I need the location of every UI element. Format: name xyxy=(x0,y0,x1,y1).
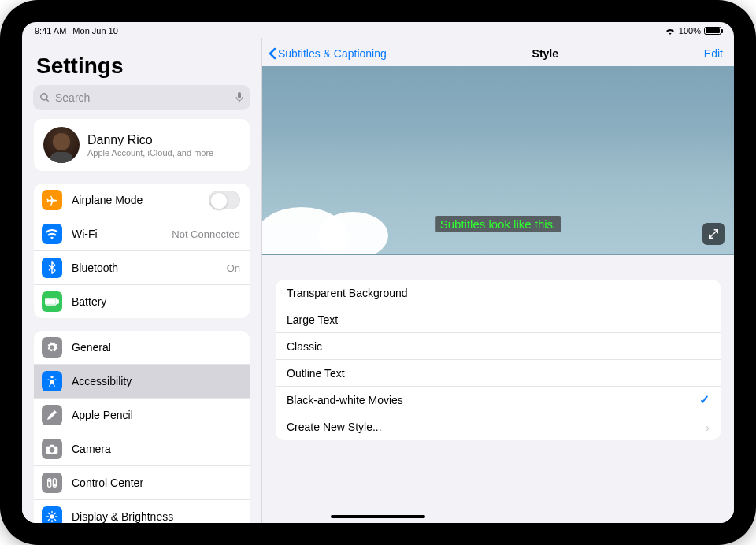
airplane-icon xyxy=(42,190,62,210)
style-option-large-text[interactable]: Large Text xyxy=(276,306,721,333)
battery-label: Battery xyxy=(72,295,240,308)
svg-point-11 xyxy=(50,514,54,518)
home-indicator[interactable] xyxy=(331,515,425,518)
svg-point-6 xyxy=(50,376,53,378)
settings-title: Settings xyxy=(28,38,255,85)
chevron-right-icon: › xyxy=(706,421,710,434)
sidebar-item-display[interactable]: Display & Brightness xyxy=(34,500,250,523)
search-icon xyxy=(39,92,50,103)
wifi-label: Wi-Fi xyxy=(72,228,172,240)
sidebar-item-camera[interactable]: Camera xyxy=(34,432,250,466)
svg-rect-4 xyxy=(57,300,58,303)
expand-preview-button[interactable] xyxy=(702,223,724,245)
brightness-icon xyxy=(42,506,62,523)
style-option-outline-text[interactable]: Outline Text xyxy=(276,360,721,387)
sidebar-item-wifi[interactable]: Wi-Fi Not Connected xyxy=(34,217,250,251)
sidebar-item-airplane[interactable]: Airplane Mode xyxy=(34,184,250,217)
option-label: Large Text xyxy=(287,313,710,326)
sidebar-item-accessibility[interactable]: Accessibility xyxy=(34,365,250,399)
search-placeholder: Search xyxy=(55,91,235,104)
general-label: General xyxy=(72,341,240,354)
svg-rect-5 xyxy=(46,299,55,304)
style-option-transparent[interactable]: Transparent Background xyxy=(276,280,721,306)
status-bar: 9:41 AM Mon Jun 10 100% xyxy=(22,22,734,38)
svg-point-0 xyxy=(41,94,47,100)
airplane-toggle[interactable] xyxy=(209,191,240,209)
option-label: Create New Style... xyxy=(287,421,706,433)
camera-label: Camera xyxy=(72,443,240,455)
style-option-classic[interactable]: Classic xyxy=(276,333,721,360)
avatar xyxy=(43,127,80,163)
svg-point-10 xyxy=(54,484,55,486)
battery-settings-icon xyxy=(42,291,62,312)
main-panel: Subtitles & Captioning Style Edit Subtit… xyxy=(262,38,734,523)
sidebar-item-bluetooth[interactable]: Bluetooth On xyxy=(34,251,250,285)
camera-icon xyxy=(42,439,62,459)
display-label: Display & Brightness xyxy=(72,510,240,523)
status-time: 9:41 AM xyxy=(35,26,66,35)
wifi-settings-icon xyxy=(42,224,62,244)
checkmark-icon: ✓ xyxy=(699,392,710,407)
bluetooth-label: Bluetooth xyxy=(72,261,227,274)
nav-title: Style xyxy=(532,47,558,60)
subtitle-preview-area: Subtitles look like this. xyxy=(262,66,734,255)
nav-bar: Subtitles & Captioning Style Edit xyxy=(262,38,734,66)
accessibility-label: Accessibility xyxy=(72,375,240,387)
sidebar-item-control-center[interactable]: Control Center xyxy=(34,466,250,500)
option-label: Black-and-white Movies xyxy=(287,394,699,406)
cloud-graphic xyxy=(262,176,396,255)
apple-pencil-label: Apple Pencil xyxy=(72,409,240,421)
style-options-list: Transparent Background Large Text Classi… xyxy=(275,279,721,441)
style-option-create-new[interactable]: Create New Style... › xyxy=(276,413,721,440)
gear-icon xyxy=(42,337,62,358)
account-row[interactable]: Danny Rico Apple Account, iCloud, and mo… xyxy=(34,119,250,171)
svg-point-8 xyxy=(49,480,50,481)
subtitle-sample-text: Subtitles look like this. xyxy=(435,216,561,232)
account-sub: Apple Account, iCloud, and more xyxy=(87,148,213,158)
edit-button[interactable]: Edit xyxy=(704,47,723,60)
bluetooth-detail: On xyxy=(227,262,240,274)
chevron-left-icon xyxy=(269,47,276,60)
settings-sidebar: Settings Search Danny Rico Apple Account… xyxy=(22,38,262,523)
status-date: Mon Jun 10 xyxy=(72,26,117,35)
bluetooth-icon xyxy=(42,258,62,278)
battery-icon xyxy=(704,27,721,35)
option-label: Transparent Background xyxy=(287,287,710,299)
back-button[interactable]: Subtitles & Captioning xyxy=(269,47,387,60)
style-option-bw-movies[interactable]: Black-and-white Movies ✓ xyxy=(276,387,721,413)
sidebar-item-general[interactable]: General xyxy=(34,331,250,365)
mic-icon[interactable] xyxy=(235,91,244,104)
sidebar-item-battery[interactable]: Battery xyxy=(34,285,250,318)
option-label: Classic xyxy=(287,340,710,353)
account-name: Danny Rico xyxy=(87,133,213,147)
control-center-label: Control Center xyxy=(72,476,240,489)
battery-percent: 100% xyxy=(679,26,701,35)
back-label: Subtitles & Captioning xyxy=(278,47,387,60)
expand-icon xyxy=(708,228,719,239)
pencil-icon xyxy=(42,405,62,425)
accessibility-icon xyxy=(42,371,62,391)
sidebar-item-apple-pencil[interactable]: Apple Pencil xyxy=(34,399,250,432)
svg-rect-2 xyxy=(238,92,241,98)
svg-line-1 xyxy=(46,99,49,102)
wifi-detail: Not Connected xyxy=(172,228,240,240)
control-center-icon xyxy=(42,473,62,493)
search-field[interactable]: Search xyxy=(33,85,250,110)
wifi-icon xyxy=(665,27,676,35)
airplane-label: Airplane Mode xyxy=(72,194,209,206)
option-label: Outline Text xyxy=(287,367,710,380)
